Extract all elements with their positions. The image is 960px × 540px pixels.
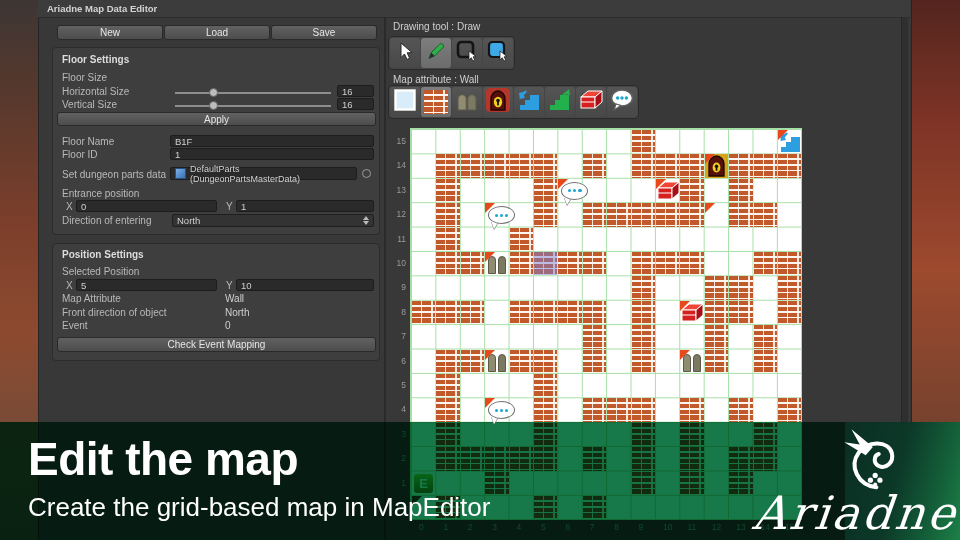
map-cell-wall[interactable]	[632, 203, 655, 226]
map-cell-wall[interactable]	[729, 154, 752, 177]
map-cell-wall[interactable]	[778, 252, 801, 275]
map-cell-wall[interactable]	[436, 203, 459, 226]
map-cell-wall[interactable]	[510, 154, 533, 177]
map-cell-chest[interactable]	[656, 179, 679, 202]
map-cell-door[interactable]	[485, 350, 508, 373]
map-cell-wall[interactable]	[583, 325, 606, 348]
map-cell-wall[interactable]	[632, 350, 655, 373]
map-cell-wall[interactable]	[656, 252, 679, 275]
map-cell-wall[interactable]	[778, 398, 801, 421]
map-cell-wall[interactable]	[705, 276, 728, 299]
map-cell-wall[interactable]	[436, 374, 459, 397]
map-cell-wall[interactable]	[583, 398, 606, 421]
map-cell-wall[interactable]	[534, 252, 557, 275]
map-cell-wall[interactable]	[632, 398, 655, 421]
map-cell-door[interactable]	[680, 350, 703, 373]
selected-x-field[interactable]: 5	[76, 279, 217, 291]
tool-cursor-button[interactable]	[390, 38, 420, 68]
map-cell-wall[interactable]	[583, 252, 606, 275]
map-cell-wall[interactable]	[534, 350, 557, 373]
map-cell-wall[interactable]	[436, 350, 459, 373]
map-cell-wall[interactable]	[656, 154, 679, 177]
map-cell-wall[interactable]	[680, 203, 703, 226]
map-cell-message[interactable]	[558, 179, 581, 202]
map-cell-wall[interactable]	[754, 154, 777, 177]
map-cell-wall[interactable]	[461, 252, 484, 275]
map-cell-wall[interactable]	[485, 154, 508, 177]
map-cell-wall[interactable]	[436, 398, 459, 421]
load-button[interactable]: Load	[164, 25, 270, 40]
dungeon-parts-object-field[interactable]: DefaultParts (DungeonPartsMasterData)	[170, 167, 357, 180]
map-cell-wall[interactable]	[680, 252, 703, 275]
map-cell-wall[interactable]	[754, 252, 777, 275]
map-cell-wall[interactable]	[607, 203, 630, 226]
map-cell-wall[interactable]	[583, 203, 606, 226]
attribute-locked-door-button[interactable]	[483, 87, 513, 117]
map-cell-wall[interactable]	[632, 276, 655, 299]
map-cell-wall[interactable]	[583, 350, 606, 373]
selected-y-field[interactable]: 10	[236, 279, 374, 291]
map-cell-wall[interactable]	[534, 203, 557, 226]
attribute-door-button[interactable]	[452, 87, 482, 117]
check-event-mapping-button[interactable]: Check Event Mapping	[57, 337, 376, 352]
map-cell-wall[interactable]	[632, 252, 655, 275]
map-cell-locked-door[interactable]	[705, 154, 728, 177]
new-button[interactable]: New	[57, 25, 163, 40]
floor-id-field[interactable]: 1	[170, 148, 374, 160]
map-cell-wall[interactable]	[680, 154, 703, 177]
horizontal-size-slider[interactable]	[175, 92, 331, 94]
map-cell-wall[interactable]	[729, 179, 752, 202]
map-cell-wall[interactable]	[436, 179, 459, 202]
map-cell-wall[interactable]	[754, 325, 777, 348]
map-cell-wall[interactable]	[632, 325, 655, 348]
map-cell-message[interactable]	[485, 398, 508, 421]
map-cell-wall[interactable]	[558, 301, 581, 324]
map-cell-downstairs[interactable]	[778, 130, 801, 153]
horizontal-size-knob[interactable]	[209, 88, 218, 97]
apply-button[interactable]: Apply	[57, 112, 376, 126]
vertical-size-knob[interactable]	[209, 101, 218, 110]
map-cell-wall[interactable]	[436, 154, 459, 177]
object-picker-icon[interactable]	[362, 169, 371, 178]
map-cell-wall[interactable]	[778, 301, 801, 324]
scrollbar-track[interactable]	[901, 17, 908, 423]
map-cell-wall[interactable]	[632, 301, 655, 324]
attribute-wall-button[interactable]	[421, 87, 451, 117]
map-cell-wall[interactable]	[412, 301, 435, 324]
map-cell-message[interactable]	[485, 203, 508, 226]
map-cell-wall[interactable]	[632, 130, 655, 153]
map-cell-wall[interactable]	[778, 276, 801, 299]
attribute-upstairs-button[interactable]	[545, 87, 575, 117]
map-cell-wall[interactable]	[510, 228, 533, 251]
map-cell-wall[interactable]	[436, 228, 459, 251]
map-cell-wall[interactable]	[607, 398, 630, 421]
map-cell-wall[interactable]	[461, 350, 484, 373]
attribute-downstairs-button[interactable]	[514, 87, 544, 117]
map-cell-wall[interactable]	[680, 398, 703, 421]
map-cell-wall[interactable]	[729, 398, 752, 421]
map-cell-wall[interactable]	[534, 374, 557, 397]
map-cell-wall[interactable]	[534, 301, 557, 324]
map-cell-wall[interactable]	[705, 301, 728, 324]
map-cell-wall[interactable]	[705, 325, 728, 348]
map-cell-wall[interactable]	[461, 154, 484, 177]
map-cell-wall[interactable]	[754, 350, 777, 373]
vertical-size-slider[interactable]	[175, 105, 331, 107]
map-cell-wall[interactable]	[680, 179, 703, 202]
entrance-x-field[interactable]: 0	[76, 200, 217, 212]
entrance-y-field[interactable]: 1	[236, 200, 374, 212]
horizontal-size-value[interactable]: 16	[337, 85, 374, 97]
map-cell-corner[interactable]	[705, 203, 728, 226]
tool-rect-fill-button[interactable]	[483, 38, 513, 68]
map-cell-wall[interactable]	[436, 252, 459, 275]
window-tab-bar[interactable]	[38, 0, 910, 18]
floor-name-field[interactable]: B1F	[170, 135, 374, 147]
map-cell-wall[interactable]	[583, 301, 606, 324]
map-cell-wall[interactable]	[510, 301, 533, 324]
direction-dropdown[interactable]: North	[172, 214, 374, 227]
map-cell-wall[interactable]	[461, 301, 484, 324]
attribute-floor-button[interactable]	[390, 87, 420, 117]
map-cell-wall[interactable]	[436, 301, 459, 324]
map-cell-wall[interactable]	[510, 252, 533, 275]
map-cell-chest[interactable]	[680, 301, 703, 324]
